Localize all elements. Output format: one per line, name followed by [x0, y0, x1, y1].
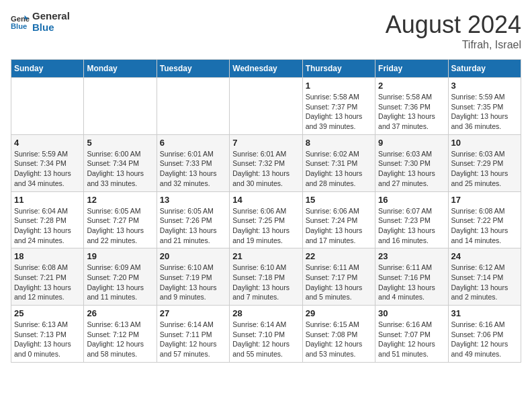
day-number: 21: [232, 251, 299, 261]
day-number: 11: [14, 195, 81, 205]
calendar-week-2: 4Sunrise: 5:59 AM Sunset: 7:34 PM Daylig…: [11, 134, 521, 191]
calendar-cell: 15Sunrise: 6:06 AM Sunset: 7:24 PM Dayli…: [302, 191, 375, 248]
day-number: 15: [306, 195, 372, 205]
logo-icon: General Blue: [11, 13, 30, 32]
weekday-header-monday: Monday: [84, 60, 157, 78]
day-info: Sunrise: 6:03 AM Sunset: 7:30 PM Dayligh…: [378, 149, 445, 189]
day-number: 29: [306, 308, 372, 318]
location: Tifrah, Israel: [386, 39, 521, 51]
day-info: Sunrise: 6:01 AM Sunset: 7:33 PM Dayligh…: [160, 149, 226, 189]
calendar-cell: 23Sunrise: 6:11 AM Sunset: 7:16 PM Dayli…: [375, 248, 448, 306]
title-block: August 2024 Tifrah, Israel: [386, 11, 521, 51]
day-info: Sunrise: 6:13 AM Sunset: 7:13 PM Dayligh…: [14, 320, 81, 359]
calendar-cell: 16Sunrise: 6:07 AM Sunset: 7:23 PM Dayli…: [375, 191, 448, 248]
day-info: Sunrise: 6:10 AM Sunset: 7:18 PM Dayligh…: [232, 263, 299, 302]
calendar-week-4: 18Sunrise: 6:08 AM Sunset: 7:21 PM Dayli…: [11, 248, 521, 306]
day-number: 17: [451, 195, 518, 205]
day-number: 25: [14, 308, 81, 318]
month-year: August 2024: [386, 11, 521, 39]
day-info: Sunrise: 6:05 AM Sunset: 7:26 PM Dayligh…: [160, 206, 226, 246]
calendar-cell: [157, 78, 229, 135]
day-info: Sunrise: 6:14 AM Sunset: 7:10 PM Dayligh…: [232, 320, 299, 359]
calendar-cell: 22Sunrise: 6:11 AM Sunset: 7:17 PM Dayli…: [302, 248, 375, 306]
day-info: Sunrise: 5:59 AM Sunset: 7:34 PM Dayligh…: [14, 149, 81, 189]
calendar-cell: [230, 78, 302, 135]
day-info: Sunrise: 6:01 AM Sunset: 7:32 PM Dayligh…: [232, 149, 299, 189]
day-info: Sunrise: 5:59 AM Sunset: 7:35 PM Dayligh…: [451, 92, 518, 132]
calendar-cell: 19Sunrise: 6:09 AM Sunset: 7:20 PM Dayli…: [84, 248, 157, 306]
logo: General Blue General Blue: [11, 11, 70, 33]
day-info: Sunrise: 5:58 AM Sunset: 7:37 PM Dayligh…: [306, 92, 372, 132]
svg-text:Blue: Blue: [11, 22, 27, 30]
day-info: Sunrise: 6:13 AM Sunset: 7:12 PM Dayligh…: [87, 320, 153, 359]
logo-text: General Blue: [32, 11, 70, 33]
calendar-cell: 4Sunrise: 5:59 AM Sunset: 7:34 PM Daylig…: [11, 134, 84, 191]
day-number: 31: [451, 308, 518, 318]
day-number: 28: [232, 308, 299, 318]
day-info: Sunrise: 6:06 AM Sunset: 7:24 PM Dayligh…: [306, 206, 372, 246]
calendar-cell: 25Sunrise: 6:13 AM Sunset: 7:13 PM Dayli…: [11, 306, 84, 363]
calendar-cell: 21Sunrise: 6:10 AM Sunset: 7:18 PM Dayli…: [230, 248, 302, 306]
day-number: 4: [14, 138, 81, 148]
day-number: 20: [160, 251, 226, 261]
day-info: Sunrise: 6:15 AM Sunset: 7:08 PM Dayligh…: [306, 320, 372, 359]
day-info: Sunrise: 6:04 AM Sunset: 7:28 PM Dayligh…: [14, 206, 81, 246]
calendar-cell: 13Sunrise: 6:05 AM Sunset: 7:26 PM Dayli…: [157, 191, 229, 248]
calendar-cell: 18Sunrise: 6:08 AM Sunset: 7:21 PM Dayli…: [11, 248, 84, 306]
day-info: Sunrise: 6:11 AM Sunset: 7:17 PM Dayligh…: [306, 263, 372, 302]
day-number: 2: [378, 81, 445, 91]
calendar-cell: 2Sunrise: 5:58 AM Sunset: 7:36 PM Daylig…: [375, 78, 448, 135]
day-number: 1: [306, 81, 372, 91]
weekday-header-wednesday: Wednesday: [230, 60, 302, 78]
day-info: Sunrise: 6:16 AM Sunset: 7:06 PM Dayligh…: [451, 320, 518, 359]
day-number: 24: [451, 251, 518, 261]
day-number: 8: [306, 138, 372, 148]
day-number: 23: [378, 251, 445, 261]
day-number: 18: [14, 251, 81, 261]
calendar-cell: 3Sunrise: 5:59 AM Sunset: 7:35 PM Daylig…: [448, 78, 521, 135]
day-number: 9: [378, 138, 445, 148]
day-info: Sunrise: 6:07 AM Sunset: 7:23 PM Dayligh…: [378, 206, 445, 246]
calendar-cell: 29Sunrise: 6:15 AM Sunset: 7:08 PM Dayli…: [302, 306, 375, 363]
calendar-cell: [84, 78, 157, 135]
weekday-header-thursday: Thursday: [302, 60, 375, 78]
calendar-cell: [11, 78, 84, 135]
calendar-week-3: 11Sunrise: 6:04 AM Sunset: 7:28 PM Dayli…: [11, 191, 521, 248]
calendar-cell: 30Sunrise: 6:16 AM Sunset: 7:07 PM Dayli…: [375, 306, 448, 363]
day-number: 13: [160, 195, 226, 205]
calendar-cell: 14Sunrise: 6:06 AM Sunset: 7:25 PM Dayli…: [230, 191, 302, 248]
day-info: Sunrise: 6:09 AM Sunset: 7:20 PM Dayligh…: [87, 263, 153, 302]
calendar-cell: 26Sunrise: 6:13 AM Sunset: 7:12 PM Dayli…: [84, 306, 157, 363]
weekday-header-tuesday: Tuesday: [157, 60, 229, 78]
calendar-cell: 6Sunrise: 6:01 AM Sunset: 7:33 PM Daylig…: [157, 134, 229, 191]
calendar-week-5: 25Sunrise: 6:13 AM Sunset: 7:13 PM Dayli…: [11, 306, 521, 363]
calendar-cell: 9Sunrise: 6:03 AM Sunset: 7:30 PM Daylig…: [375, 134, 448, 191]
calendar-header: SundayMondayTuesdayWednesdayThursdayFrid…: [11, 60, 521, 78]
day-info: Sunrise: 6:08 AM Sunset: 7:21 PM Dayligh…: [14, 263, 81, 302]
calendar-cell: 5Sunrise: 6:00 AM Sunset: 7:34 PM Daylig…: [84, 134, 157, 191]
calendar-cell: 31Sunrise: 6:16 AM Sunset: 7:06 PM Dayli…: [448, 306, 521, 363]
day-number: 7: [232, 138, 299, 148]
day-number: 10: [451, 138, 518, 148]
day-info: Sunrise: 6:08 AM Sunset: 7:22 PM Dayligh…: [451, 206, 518, 246]
day-number: 27: [160, 308, 226, 318]
day-number: 26: [87, 308, 153, 318]
day-info: Sunrise: 6:16 AM Sunset: 7:07 PM Dayligh…: [378, 320, 445, 359]
day-info: Sunrise: 6:02 AM Sunset: 7:31 PM Dayligh…: [306, 149, 372, 189]
page-header: General Blue General Blue August 2024 Ti…: [11, 11, 521, 51]
day-number: 12: [87, 195, 153, 205]
day-number: 3: [451, 81, 518, 91]
day-number: 16: [378, 195, 445, 205]
day-number: 22: [306, 251, 372, 261]
day-number: 14: [232, 195, 299, 205]
calendar-cell: 8Sunrise: 6:02 AM Sunset: 7:31 PM Daylig…: [302, 134, 375, 191]
calendar-cell: 27Sunrise: 6:14 AM Sunset: 7:11 PM Dayli…: [157, 306, 229, 363]
day-number: 5: [87, 138, 153, 148]
calendar-cell: 28Sunrise: 6:14 AM Sunset: 7:10 PM Dayli…: [230, 306, 302, 363]
calendar-table: SundayMondayTuesdayWednesdayThursdayFrid…: [11, 59, 521, 363]
weekday-header-sunday: Sunday: [11, 60, 84, 78]
day-info: Sunrise: 6:12 AM Sunset: 7:14 PM Dayligh…: [451, 263, 518, 302]
day-info: Sunrise: 6:06 AM Sunset: 7:25 PM Dayligh…: [232, 206, 299, 246]
calendar-cell: 17Sunrise: 6:08 AM Sunset: 7:22 PM Dayli…: [448, 191, 521, 248]
day-info: Sunrise: 6:00 AM Sunset: 7:34 PM Dayligh…: [87, 149, 153, 189]
